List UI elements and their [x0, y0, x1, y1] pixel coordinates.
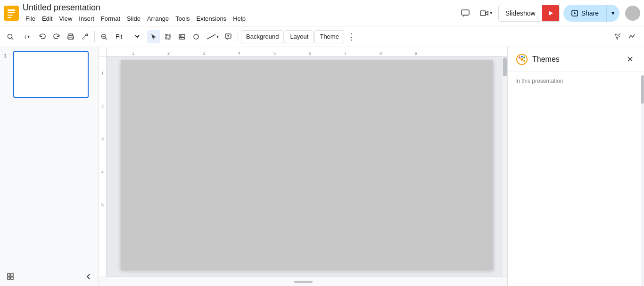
svg-rect-1 — [8, 9, 15, 11]
svg-rect-4 — [8, 17, 11, 18]
svg-rect-31 — [11, 274, 13, 276]
ruler-vertical: 1 2 3 4 5 — [99, 57, 107, 277]
svg-line-10 — [11, 38, 13, 40]
undo-btn[interactable] — [36, 30, 49, 43]
menu-extensions[interactable]: Extensions — [194, 14, 230, 23]
ruler-tick-6: 6 — [309, 51, 311, 56]
comment-add-btn[interactable] — [222, 30, 235, 43]
print-btn[interactable] — [64, 30, 77, 43]
meet-icon-btn[interactable]: ▾ — [478, 5, 495, 22]
title-area: Untitled presentation File Edit View Ins… — [23, 3, 457, 23]
slide-number: 1 — [4, 53, 10, 58]
ruler-v-tick-2: 2 — [99, 104, 106, 108]
slide-thumbnail-wrapper: 1 — [4, 51, 95, 98]
share-dropdown-button[interactable]: ▾ — [606, 5, 619, 22]
add-icon: + — [23, 33, 27, 41]
svg-rect-6 — [480, 11, 486, 16]
share-button[interactable]: Share — [563, 5, 606, 22]
mode-toggle-btn[interactable] — [625, 30, 638, 43]
themes-panel-header: Themes ✕ — [508, 47, 644, 72]
app-logo — [4, 6, 19, 21]
svg-rect-30 — [8, 274, 10, 276]
main-area: 1 1 2 3 4 5 6 7 8 9 — [0, 47, 644, 286]
toolbar: + ▾ Fit 50% 75% 100% 150% 200% ▾ — [0, 26, 644, 47]
image-btn[interactable] — [175, 30, 189, 43]
themes-scrollbar-track — [641, 75, 644, 286]
share-label: Share — [581, 9, 599, 17]
select-btn[interactable] — [161, 30, 174, 43]
ruler-tick-2: 2 — [167, 51, 170, 56]
in-this-presentation-label: In this presentation — [515, 78, 636, 84]
svg-rect-5 — [462, 10, 469, 15]
shapes-btn[interactable] — [190, 30, 203, 43]
menu-insert[interactable]: Insert — [76, 14, 97, 23]
toolbar-sep-3 — [238, 31, 238, 42]
slideshow-button[interactable]: Slideshow — [498, 5, 560, 22]
search-toolbar-btn[interactable] — [4, 30, 17, 43]
slide-thumbnail[interactable] — [13, 51, 89, 98]
header-right: ▾ Slideshow Share ▾ — [457, 5, 640, 22]
ruler-v-tick-5: 5 — [99, 203, 106, 207]
layout-btn[interactable]: Layout — [285, 30, 314, 43]
menu-bar: File Edit View Insert Format Slide Arran… — [23, 14, 457, 23]
menu-file[interactable]: File — [23, 14, 38, 23]
svg-line-29 — [618, 33, 620, 35]
svg-point-39 — [523, 60, 525, 62]
cursor-btn[interactable] — [147, 30, 160, 43]
redo-btn[interactable] — [50, 30, 63, 43]
themes-content: In this presentation — [508, 72, 644, 286]
panel-footer — [0, 267, 99, 286]
theme-btn[interactable]: Theme — [314, 30, 344, 43]
svg-marker-7 — [549, 11, 553, 16]
menu-tools[interactable]: Tools — [173, 14, 192, 23]
svg-rect-13 — [69, 38, 73, 39]
bottom-bar — [99, 277, 507, 286]
zoom-select[interactable]: Fit 50% 75% 100% 150% 200% — [112, 33, 141, 41]
background-btn[interactable]: Background — [241, 30, 284, 43]
line-btn[interactable]: ▾ — [204, 30, 221, 43]
menu-view[interactable]: View — [56, 14, 75, 23]
ruler-tick-1: 1 — [132, 51, 134, 56]
menu-edit[interactable]: Edit — [39, 14, 55, 23]
menu-arrange[interactable]: Arrange — [144, 14, 172, 23]
vertical-scrollbar[interactable] — [503, 57, 507, 277]
svg-rect-2 — [8, 12, 15, 13]
user-avatar[interactable] — [625, 6, 640, 21]
title-bar: Untitled presentation File Edit View Ins… — [0, 0, 644, 26]
svg-marker-18 — [151, 34, 156, 40]
svg-line-17 — [105, 38, 107, 40]
themes-scrollbar-thumb[interactable] — [641, 75, 644, 104]
menu-slide[interactable]: Slide — [124, 14, 143, 23]
more-options-btn[interactable]: ⋮ — [345, 30, 358, 43]
slideshow-play-icon — [542, 5, 559, 22]
slide-canvas[interactable] — [121, 60, 493, 270]
svg-rect-32 — [8, 277, 10, 279]
zoom-minus-btn[interactable] — [98, 30, 111, 43]
themes-close-button[interactable]: ✕ — [623, 53, 636, 66]
ruler-horizontal: 1 2 3 4 5 6 7 8 9 — [99, 47, 507, 57]
document-title[interactable]: Untitled presentation — [23, 3, 457, 13]
themes-palette-icon — [515, 53, 528, 66]
slide-panel: 1 — [0, 47, 99, 286]
svg-rect-20 — [166, 35, 169, 38]
menu-format[interactable]: Format — [98, 14, 123, 23]
ruler-tick-7: 7 — [344, 51, 347, 56]
slide-wrapper[interactable]: 1 2 3 4 5 — [99, 57, 507, 277]
add-btn[interactable]: + ▾ — [18, 30, 35, 43]
paint-btn[interactable] — [78, 30, 91, 43]
grid-view-btn[interactable] — [4, 270, 17, 283]
themes-panel-title: Themes — [532, 55, 623, 64]
scroll-indicator — [294, 281, 313, 283]
svg-line-24 — [207, 34, 215, 39]
svg-point-40 — [520, 58, 523, 61]
ruler-tick-4: 4 — [238, 51, 240, 56]
collapse-panel-btn[interactable] — [82, 270, 95, 283]
comment-icon-btn[interactable] — [457, 5, 474, 22]
pointer-mode-btn[interactable] — [611, 30, 624, 43]
svg-point-38 — [523, 57, 525, 58]
ruler-v-tick-4: 4 — [99, 170, 106, 174]
toolbar-sep-1 — [94, 31, 95, 42]
scrollbar-thumb[interactable] — [503, 57, 507, 76]
share-area: Share ▾ — [563, 5, 619, 22]
menu-help[interactable]: Help — [230, 14, 248, 23]
